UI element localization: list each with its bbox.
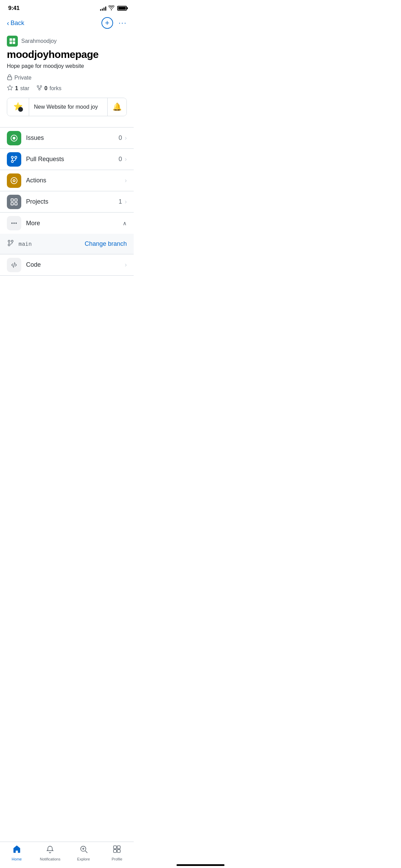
projects-chevron-icon: › [125,198,127,205]
svg-rect-4 [8,77,12,80]
actions-label: Actions [26,177,125,184]
pull-requests-label: Pull Requests [26,156,119,163]
svg-rect-18 [11,203,13,205]
issues-icon [7,131,21,145]
status-bar: 9:41 [0,0,134,14]
star-badge-dot [18,107,23,112]
code-label: Code [26,261,125,268]
repo-name: moodjoyhomepage [7,49,127,60]
more-options-button[interactable]: ··· [119,19,127,27]
issues-item[interactable]: Issues 0 › [0,128,134,149]
stars-label: star [20,85,29,92]
repo-description: Hope page for moodjoy website [7,63,127,69]
branch-name: main [19,241,32,247]
branch-left: main [7,239,32,249]
pull-requests-count: 0 [119,156,122,163]
back-label: Back [11,20,24,27]
notification-bell-button[interactable]: 🔔 [107,98,126,116]
svg-point-15 [13,180,15,182]
projects-item[interactable]: Projects 1 › [0,191,134,213]
signal-icon [100,6,106,11]
svg-point-20 [11,222,13,224]
svg-rect-19 [15,203,17,205]
svg-point-23 [8,240,10,242]
wifi-icon [108,5,114,11]
actions-item[interactable]: Actions › [0,170,134,191]
svg-rect-0 [10,38,12,41]
more-chevron-icon: ∧ [123,220,127,227]
bell-icon: 🔔 [112,103,122,111]
svg-point-6 [37,85,39,87]
lock-icon [7,74,12,81]
nav-bar: ‹ Back + ··· [0,14,134,33]
branch-icon [7,239,14,249]
actions-chevron-icon: › [125,177,127,184]
back-button[interactable]: ‹ Back [7,19,24,27]
svg-rect-2 [10,41,12,44]
svg-point-22 [15,222,17,224]
status-icons [100,5,127,11]
code-icon [7,258,21,272]
svg-point-7 [40,85,42,87]
svg-point-9 [13,137,15,140]
battery-icon [117,6,127,11]
forks-stat: 0 forks [36,85,62,92]
more-item[interactable]: More ∧ [0,213,134,234]
forks-label: forks [49,85,61,92]
issues-count: 0 [119,134,122,142]
repo-header: Sarahmoodjoy moodjoyhomepage Hope page f… [0,33,134,122]
issues-chevron-icon: › [125,134,127,142]
svg-point-5 [38,88,40,90]
stars-stat: 1 star [7,85,29,92]
add-button[interactable]: + [101,17,113,29]
star-button[interactable]: ⭐ [7,98,29,116]
projects-icon [7,195,21,209]
status-time: 9:41 [8,5,20,12]
issues-label: Issues [26,134,119,142]
plus-icon: + [105,19,109,27]
projects-count: 1 [119,198,122,205]
pull-requests-item[interactable]: Pull Requests 0 › [0,149,134,170]
star-with-badge: ⭐ [13,102,23,112]
private-label: Private [14,75,32,81]
svg-rect-3 [13,41,15,44]
svg-rect-16 [11,199,13,201]
back-chevron-icon: ‹ [7,19,9,27]
star-icon [7,85,13,92]
owner-row: Sarahmoodjoy [7,36,127,47]
svg-point-13 [11,160,13,162]
forks-count: 0 [45,85,48,92]
commit-bar: ⭐ New Website for mood joy 🔔 [7,98,127,116]
owner-avatar [7,36,18,47]
svg-point-12 [15,156,17,158]
svg-point-14 [11,178,17,184]
pull-requests-chevron-icon: › [125,156,127,163]
more-icon [7,216,21,230]
branch-section: main Change branch [0,234,134,254]
svg-point-24 [11,240,13,242]
svg-point-21 [13,222,15,224]
menu-list: Issues 0 › Pull Requests 0 › [0,128,134,234]
change-branch-button[interactable]: Change branch [85,240,127,248]
more-section: main Change branch Code › [0,234,134,276]
projects-label: Projects [26,198,119,205]
svg-rect-1 [13,38,15,41]
commit-message-text: New Website for mood joy [29,104,107,110]
code-chevron-icon: › [125,261,127,268]
ellipsis-icon: ··· [119,19,127,27]
svg-point-11 [11,156,13,158]
stats-row: 1 star 0 forks [7,85,127,92]
repo-visibility: Private [7,74,127,81]
stars-count: 1 [15,85,18,92]
svg-rect-17 [15,199,17,201]
nav-right-actions: + ··· [101,17,127,29]
owner-name: Sarahmoodjoy [21,38,57,44]
actions-icon [7,173,21,188]
svg-point-25 [8,244,10,246]
code-item[interactable]: Code › [0,254,134,276]
fork-icon [36,85,42,92]
more-label: More [26,220,123,227]
pull-requests-icon [7,152,21,167]
